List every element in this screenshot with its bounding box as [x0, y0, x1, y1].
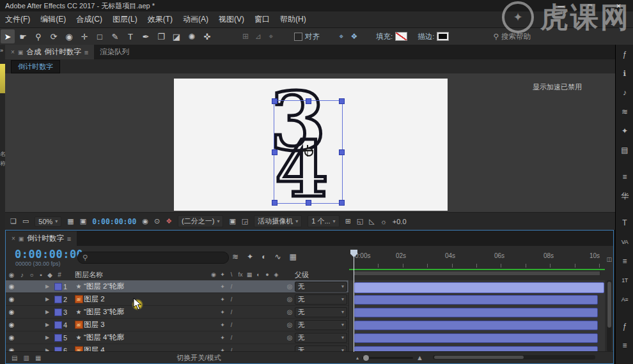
- shy-icon[interactable]: ◉: [209, 271, 218, 278]
- menu-help[interactable]: 帮助(H): [275, 11, 311, 27]
- solo-column-icon[interactable]: ○: [27, 271, 36, 278]
- composition-canvas[interactable]: 3 4: [174, 79, 448, 211]
- parent-column-header[interactable]: 父级: [295, 270, 348, 280]
- close-tab-icon[interactable]: ×: [11, 49, 15, 56]
- pick-whip-icon[interactable]: ◎: [285, 283, 295, 290]
- always-preview-icon[interactable]: ❏: [10, 217, 17, 225]
- layer-duration-bar[interactable]: [354, 282, 604, 293]
- panel-menu-icon[interactable]: ≡: [67, 235, 71, 243]
- quality-switch[interactable]: /: [227, 335, 236, 341]
- audio-panel-button[interactable]: ♪: [616, 83, 633, 102]
- scrollbar-thumb[interactable]: [607, 282, 611, 328]
- frame-blend-icon[interactable]: ✦: [247, 252, 253, 261]
- layer-name[interactable]: “图层 3”轮廓: [84, 307, 209, 317]
- time-ruler[interactable]: 0:00s 02s 04s 06s 08s 10s: [354, 247, 605, 269]
- horizontal-scrollbar[interactable]: [433, 355, 595, 360]
- pen-tool[interactable]: ✎: [108, 29, 122, 43]
- effects-panel-button[interactable]: ƒ: [616, 45, 633, 64]
- selection-handle[interactable]: [306, 200, 311, 206]
- expand-transfer-controls-icon[interactable]: ▥: [23, 354, 29, 361]
- eye-icon[interactable]: ◉: [6, 321, 17, 328]
- transparency-grid-icon[interactable]: ◲: [242, 217, 248, 225]
- label-color[interactable]: [54, 296, 63, 303]
- character-panel-button[interactable]: T: [616, 213, 633, 232]
- mask-visibility-icon[interactable]: ▣: [80, 217, 86, 225]
- effects-presets-panel-button[interactable]: ✦: [616, 121, 633, 140]
- label-color[interactable]: [54, 321, 63, 329]
- libraries-panel-button[interactable]: ▤: [616, 140, 633, 160]
- expand-in-out-icon[interactable]: ▦: [35, 354, 41, 361]
- expand-arrow-icon[interactable]: ▶: [45, 296, 54, 302]
- clone-stamp-tool[interactable]: ❐: [154, 29, 168, 43]
- 3d-icon[interactable]: ◈: [272, 271, 281, 278]
- layer-name[interactable]: 图层 3: [84, 320, 209, 330]
- fast-previews-icon[interactable]: ◺: [369, 217, 374, 225]
- effects-icon[interactable]: fx: [236, 271, 245, 278]
- label-color[interactable]: [54, 334, 63, 342]
- vertical-scrollbar[interactable]: [607, 280, 612, 351]
- zoom-tool[interactable]: ⚲: [31, 29, 45, 43]
- comp-breadcrumb-chip[interactable]: 倒计时数字: [11, 60, 60, 73]
- layer-name[interactable]: “图层 2”轮廓: [84, 282, 209, 291]
- effects2-panel-button[interactable]: ƒ: [616, 317, 633, 336]
- lock-column-icon[interactable]: ▪: [36, 271, 45, 278]
- zoom-in-icon[interactable]: ▲: [416, 354, 423, 361]
- menu-window[interactable]: 窗口: [249, 11, 275, 27]
- snap-edges-icon[interactable]: ❖: [348, 32, 361, 41]
- paragraph-list-panel-button[interactable]: ≡: [616, 252, 633, 271]
- parent-select[interactable]: 无▾: [295, 333, 347, 343]
- maximize-button[interactable]: □: [575, 0, 604, 11]
- selection-tool[interactable]: ➤: [1, 29, 15, 43]
- magnification-select[interactable]: 50% ▾: [35, 216, 61, 227]
- pick-whip-icon[interactable]: ◎: [285, 334, 295, 341]
- resolution-select[interactable]: (二分之一) ▾: [178, 215, 223, 227]
- scrollbar-thumb[interactable]: [434, 356, 524, 359]
- shy-toggle-icon[interactable]: ≋: [232, 252, 238, 261]
- expand-arrow-icon[interactable]: ▶: [45, 284, 54, 289]
- shape-tool[interactable]: □: [93, 29, 107, 43]
- camera-tool[interactable]: ◉: [62, 29, 76, 43]
- expand-arrow-icon[interactable]: ▶: [45, 322, 54, 328]
- frame-blend-icon[interactable]: ▦: [245, 271, 254, 278]
- roi-icon[interactable]: ▣: [229, 217, 235, 225]
- table-row[interactable]: ◉ ▶ 4 ai 图层 3 ✦/ ◎ 无▾: [6, 319, 348, 331]
- quality-switch[interactable]: /: [227, 284, 236, 290]
- selection-handle[interactable]: [339, 98, 345, 104]
- timeline-search-input[interactable]: ⚲: [77, 252, 229, 264]
- menu-file[interactable]: 文件(F): [0, 11, 35, 27]
- snapshot-icon[interactable]: ◉: [142, 217, 148, 225]
- eraser-tool[interactable]: ◪: [169, 29, 184, 43]
- eye-icon[interactable]: ◉: [6, 308, 17, 315]
- character-cn-panel-button[interactable]: 华: [616, 186, 633, 206]
- tab-render-queue[interactable]: 渲染队列: [94, 45, 135, 59]
- layer-name-column-header[interactable]: 图层名称: [75, 270, 209, 280]
- parent-select[interactable]: 无▾: [295, 307, 347, 317]
- align-panel-button[interactable]: ≡: [616, 167, 633, 186]
- current-time-indicator[interactable]: [354, 254, 354, 352]
- footage-thumbnail[interactable]: [0, 64, 5, 93]
- number-column-header[interactable]: #: [54, 271, 65, 278]
- collapse-switch[interactable]: ✦: [218, 284, 227, 290]
- graph-editor-icon[interactable]: ∿: [274, 252, 281, 261]
- metadata-panel-button[interactable]: ≡: [616, 336, 633, 355]
- view-layout-select[interactable]: 1 个... ▾: [308, 215, 339, 227]
- channels-icon[interactable]: ❖: [166, 217, 172, 225]
- minimize-button[interactable]: —: [547, 0, 575, 11]
- expand-arrow-icon[interactable]: ▶: [45, 335, 54, 340]
- menu-composition[interactable]: 合成(C): [71, 11, 107, 27]
- label-color[interactable]: [54, 308, 63, 316]
- zoom-slider-thumb[interactable]: [363, 355, 369, 361]
- preview-panel-button[interactable]: ≋: [616, 102, 633, 121]
- quality-switch[interactable]: /: [227, 309, 236, 315]
- type-align-panel-button[interactable]: A≡: [616, 290, 633, 309]
- snap-target-icon[interactable]: ⌖: [335, 32, 348, 41]
- audio-column-icon[interactable]: ♪: [17, 271, 27, 278]
- menu-animation[interactable]: 动画(A): [178, 11, 214, 27]
- puppet-pin-tool[interactable]: ✜: [200, 29, 214, 43]
- menu-effect[interactable]: 效果(T): [143, 11, 178, 27]
- selection-handle[interactable]: [306, 98, 311, 104]
- layer-duration-bar[interactable]: [354, 333, 598, 343]
- pick-whip-icon[interactable]: ◎: [285, 321, 295, 328]
- zoom-slider[interactable]: [362, 357, 413, 359]
- search-help[interactable]: ⚲ 搜索帮助: [494, 32, 531, 42]
